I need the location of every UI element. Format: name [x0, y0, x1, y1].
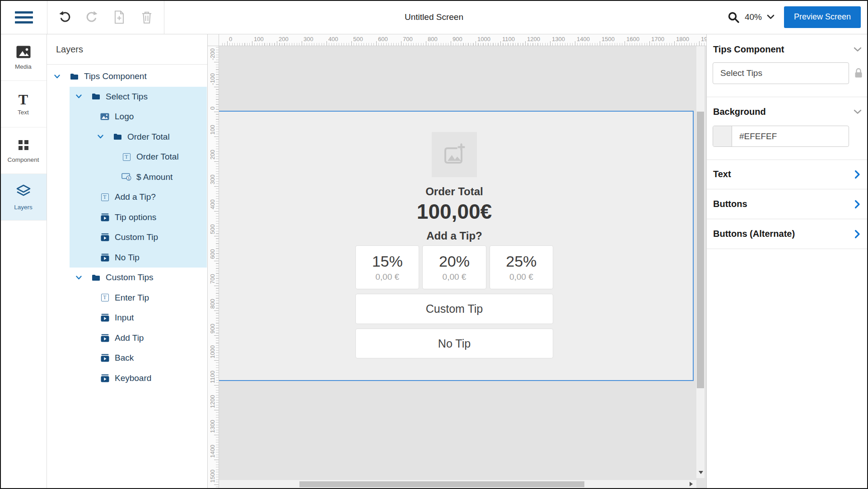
layer-item-amount[interactable]: $$ Amount — [47, 167, 207, 188]
preview-screen-button[interactable]: Preview Screen — [784, 6, 861, 28]
ruler-tick — [214, 136, 219, 137]
redo-button[interactable] — [79, 5, 105, 30]
ruler-tick — [214, 236, 219, 236]
add-a-tip-label: Add a Tip? — [216, 230, 693, 242]
no-tip-button[interactable]: No Tip — [355, 329, 553, 358]
chevron-down-icon[interactable] — [76, 94, 89, 99]
collapse-chevron-down-icon[interactable] — [854, 47, 862, 52]
layer-item-select-tips[interactable]: Select Tips — [47, 87, 207, 107]
layer-item-logo[interactable]: Logo — [47, 107, 207, 127]
layer-label: Keyboard — [115, 373, 151, 383]
ruler-label: 0 — [209, 107, 216, 110]
layer-item-tip-options[interactable]: Tip options — [47, 207, 207, 228]
layer-item-input[interactable]: Input — [47, 308, 207, 328]
undo-icon — [57, 10, 72, 24]
rail-item-component[interactable]: Component — [0, 127, 47, 174]
ruler-label: -100 — [209, 73, 216, 85]
ruler-label: 700 — [209, 274, 216, 284]
ruler-tick — [214, 435, 219, 435]
ruler-tick — [227, 41, 228, 46]
folder-icon — [69, 73, 79, 80]
section-link-text[interactable]: Text — [707, 160, 868, 189]
chevron-down-icon[interactable] — [54, 75, 67, 79]
ruler-tick — [277, 41, 277, 46]
section-links: TextButtonsButtons (Alternate) — [707, 160, 868, 249]
layer-item-order-total[interactable]: TOrder Total — [47, 147, 207, 167]
color-value: #EFEFEF — [739, 132, 777, 141]
layer-item-custom-tips[interactable]: Custom Tips — [47, 268, 207, 288]
button-icon — [99, 254, 110, 262]
tip-button-15[interactable]: 15%0,00 € — [355, 245, 419, 289]
lock-icon[interactable] — [854, 67, 863, 81]
color-swatch[interactable] — [713, 126, 732, 146]
screen-frame[interactable]: Order Total 100,00€ Add a Tip? 15%0,00 €… — [215, 111, 694, 381]
layer-label: Enter Tip — [115, 293, 149, 303]
ruler-label: 800 — [428, 36, 438, 42]
section-link-buttons[interactable]: Buttons — [707, 189, 868, 219]
layer-item-enter-tip[interactable]: TEnter Tip — [47, 288, 207, 308]
component-state-select[interactable]: Select Tips — [713, 62, 849, 84]
layer-item-custom-tip[interactable]: Custom Tip — [47, 227, 207, 248]
layer-item-no-tip[interactable]: No Tip — [47, 248, 207, 268]
ruler-tick — [214, 335, 219, 336]
ruler-tick — [525, 41, 526, 46]
rail-item-text[interactable]: T Text — [0, 81, 47, 127]
tip-button-20[interactable]: 20%0,00 € — [422, 245, 486, 289]
design-canvas[interactable]: 0100200300400500600700800900100011001200… — [208, 34, 706, 489]
ruler-tick — [214, 360, 219, 361]
hamburger-menu-button[interactable] — [15, 11, 33, 24]
layer-item-keyboard[interactable]: Keyboard — [47, 368, 207, 389]
ruler-tick — [214, 161, 219, 162]
layer-item-back[interactable]: Back — [47, 348, 207, 368]
layer-item-add-a-tip[interactable]: TAdd a Tip? — [47, 187, 207, 207]
background-color-input[interactable]: #EFEFEF — [713, 126, 849, 147]
section-link-buttons-alternate[interactable]: Buttons (Alternate) — [707, 219, 868, 249]
section-link-label: Buttons — [713, 199, 747, 209]
background-title: Background — [713, 107, 766, 117]
ruler-tick — [600, 41, 600, 46]
ruler-tick — [214, 112, 219, 112]
scroll-down-arrow-icon[interactable] — [699, 471, 703, 474]
layer-label: Tips Component — [84, 71, 147, 81]
ruler-tick — [649, 41, 650, 46]
horizontal-ruler: 0100200300400500600700800900100011001200… — [219, 34, 706, 46]
scroll-right-arrow-icon[interactable] — [690, 482, 693, 486]
ruler-label: 1200 — [209, 395, 216, 408]
collapse-chevron-down-icon[interactable] — [854, 109, 862, 114]
ruler-label: 1400 — [577, 36, 590, 42]
component-icon — [17, 138, 30, 154]
vertical-scrollbar[interactable] — [696, 34, 705, 478]
ruler-label: 1900 — [701, 36, 706, 42]
ruler-tick — [674, 41, 675, 46]
zoom-search-icon[interactable] — [727, 11, 740, 24]
vertical-scrollbar-thumb[interactable] — [697, 112, 704, 388]
horizontal-scrollbar[interactable] — [219, 480, 696, 489]
duplicate-screen-button[interactable] — [107, 5, 132, 30]
ruler-tick — [451, 41, 451, 46]
rail-item-media[interactable]: Media — [0, 34, 47, 81]
ruler-tick — [252, 41, 252, 46]
app-window: Untitled Screen 40% Preview Screen — [0, 0, 868, 489]
tip-button-25[interactable]: 25%0,00 € — [490, 245, 553, 289]
zoom-chevron-down-icon[interactable] — [767, 14, 775, 19]
horizontal-scrollbar-thumb[interactable] — [299, 481, 584, 487]
image-add-icon — [442, 143, 467, 166]
image-icon — [99, 113, 110, 120]
delete-button[interactable] — [134, 5, 159, 30]
layer-label: Input — [115, 313, 134, 323]
image-placeholder[interactable] — [432, 132, 477, 177]
order-total-label: Order Total — [216, 185, 693, 198]
layer-item-tips-component[interactable]: Tips Component — [47, 66, 207, 87]
zoom-level-value[interactable]: 40% — [745, 12, 762, 22]
layer-item-add-tip[interactable]: Add Tip — [47, 328, 207, 348]
rail-item-layers[interactable]: Layers — [0, 174, 47, 221]
layer-item-order-total[interactable]: Order Total — [47, 127, 207, 147]
button-icon — [99, 334, 110, 342]
chevron-down-icon[interactable] — [76, 276, 89, 280]
chevron-down-icon[interactable] — [98, 135, 110, 139]
ruler-tick — [214, 261, 219, 261]
undo-button[interactable] — [52, 5, 77, 30]
custom-tip-button[interactable]: Custom Tip — [355, 294, 553, 324]
ruler-tick — [625, 41, 625, 46]
layer-label: Back — [115, 353, 134, 363]
